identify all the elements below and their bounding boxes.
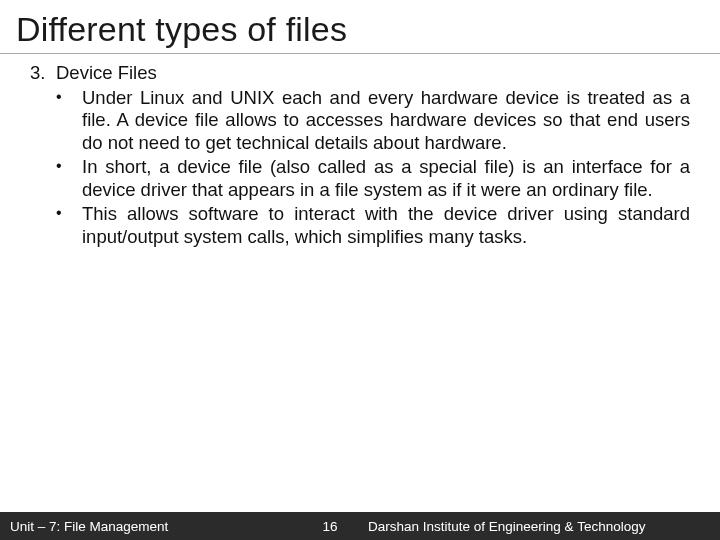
slide-body: 3. Device Files • Under Linux and UNIX e…	[0, 54, 720, 540]
footer-institute: Darshan Institute of Engineering & Techn…	[360, 519, 720, 534]
list-heading: Device Files	[56, 62, 690, 85]
list-item: • This allows software to interact with …	[56, 203, 690, 248]
footer-page-number: 16	[300, 519, 360, 534]
bullet-list: • Under Linux and UNIX each and every ha…	[56, 87, 690, 249]
list-item: • Under Linux and UNIX each and every ha…	[56, 87, 690, 155]
bullet-text: This allows software to interact with th…	[82, 203, 690, 248]
bullet-icon: •	[56, 156, 82, 201]
footer-unit: Unit – 7: File Management	[0, 519, 300, 534]
bullet-text: Under Linux and UNIX each and every hard…	[82, 87, 690, 155]
slide: Different types of files 3. Device Files…	[0, 0, 720, 540]
bullet-icon: •	[56, 87, 82, 155]
title-bar: Different types of files	[0, 0, 720, 54]
list-number: 3.	[30, 62, 56, 85]
bullet-icon: •	[56, 203, 82, 248]
bullet-text: In short, a device file (also called as …	[82, 156, 690, 201]
numbered-item: 3. Device Files	[30, 62, 690, 85]
page-title: Different types of files	[16, 10, 704, 49]
list-item: • In short, a device file (also called a…	[56, 156, 690, 201]
footer-bar: Unit – 7: File Management 16 Darshan Ins…	[0, 512, 720, 540]
